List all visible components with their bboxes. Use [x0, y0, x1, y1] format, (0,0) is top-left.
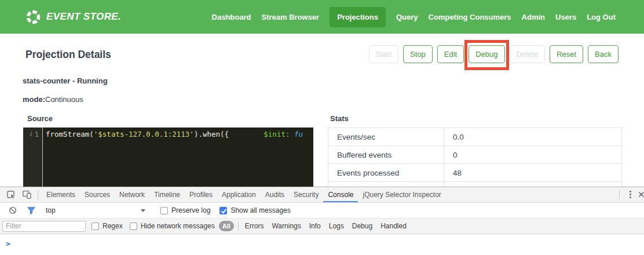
- severity-info[interactable]: Info: [309, 222, 321, 230]
- hide-network-messages-label[interactable]: Hide network messages: [141, 222, 215, 230]
- projection-mode: mode:Continuous: [23, 95, 83, 104]
- eventstore-logo[interactable]: EVENT STORE.: [25, 9, 121, 25]
- severity-warnings[interactable]: Warnings: [272, 222, 301, 230]
- nav-admin[interactable]: Admin: [522, 13, 545, 21]
- table-row-partial: [328, 182, 622, 187]
- preserve-log-label[interactable]: Preserve log: [171, 206, 210, 214]
- tab-audits[interactable]: Audits: [261, 187, 289, 202]
- devtools-panel: Elements Sources Network Timeline Profil…: [0, 187, 644, 255]
- nav-query[interactable]: Query: [396, 13, 418, 21]
- source-heading: Source: [27, 114, 313, 122]
- page-title: Projection Details: [25, 49, 111, 61]
- nav-users[interactable]: Users: [555, 13, 576, 21]
- nav-stream-browser[interactable]: Stream Browser: [261, 13, 319, 21]
- tab-sources[interactable]: Sources: [80, 187, 115, 202]
- console-prompt-chevron-icon: >: [6, 239, 10, 248]
- device-toolbar-icon[interactable]: [19, 187, 34, 202]
- regex-label[interactable]: Regex: [103, 222, 123, 230]
- execution-context-value: top: [46, 206, 56, 214]
- source-code-editor[interactable]: i 1 fromStream('$stats-127.0.0.1:2113').…: [23, 128, 313, 187]
- code-line: fromStream('$stats-127.0.0.1:2113').when…: [42, 128, 313, 187]
- mode-value: Continuous: [45, 95, 83, 104]
- top-nav: EVENT STORE. Dashboard Stream Browser Pr…: [0, 0, 644, 34]
- line-number: 1: [34, 129, 39, 140]
- execution-context-dropdown[interactable]: top: [46, 206, 145, 214]
- severity-all-badge[interactable]: All: [219, 221, 234, 231]
- severity-debug[interactable]: Debug: [352, 222, 372, 230]
- table-row: Buffered events 0: [328, 146, 622, 164]
- divider: [619, 190, 620, 199]
- stat-value: 48: [444, 164, 622, 182]
- stats-section: Stats Events/sec 0.0 Buffered events 0 E…: [328, 114, 622, 187]
- hide-network-messages-checkbox[interactable]: [130, 223, 137, 230]
- tab-security[interactable]: Security: [289, 187, 323, 202]
- severity-errors[interactable]: Errors: [245, 222, 264, 230]
- nav-dashboard[interactable]: Dashboard: [212, 13, 251, 21]
- editor-gutter: i 1: [23, 128, 42, 187]
- tab-elements[interactable]: Elements: [42, 187, 80, 202]
- logo-text: EVENT STORE.: [46, 11, 121, 23]
- edit-button[interactable]: Edit: [437, 45, 464, 63]
- action-buttons: Start Stop Edit Debug Delete Reset Back: [369, 45, 619, 63]
- nav-menu: Dashboard Stream Browser Projections Que…: [212, 7, 616, 27]
- source-section: Source i 1 fromStream('$stats-127.0.0.1:…: [23, 114, 313, 187]
- debug-button[interactable]: Debug: [469, 45, 504, 63]
- inspect-element-icon[interactable]: [4, 187, 19, 202]
- stop-button[interactable]: Stop: [403, 45, 433, 63]
- show-all-messages-label[interactable]: Show all messages: [230, 206, 290, 214]
- projection-name-status: stats-counter - Running: [23, 76, 108, 85]
- stats-table: Events/sec 0.0 Buffered events 0 Events …: [328, 128, 622, 187]
- severity-logs[interactable]: Logs: [329, 222, 344, 230]
- tab-profiles[interactable]: Profiles: [185, 187, 217, 202]
- nav-projections[interactable]: Projections: [330, 7, 386, 27]
- preserve-log-checkbox[interactable]: [160, 207, 168, 214]
- debug-highlight-box: Debug: [469, 45, 504, 63]
- tab-console[interactable]: Console: [323, 187, 358, 202]
- mode-label: mode:: [23, 95, 45, 104]
- severity-filters: Errors Warnings Info Logs Debug Handled: [245, 222, 407, 230]
- table-row: Events processed 48: [328, 164, 622, 182]
- table-row: Events/sec 0.0: [328, 128, 622, 146]
- tab-application[interactable]: Application: [217, 187, 261, 202]
- console-prompt[interactable]: >: [0, 234, 644, 255]
- tab-jquery-selector-inspector[interactable]: jQuery Selector Inspector: [358, 187, 445, 202]
- nav-logout[interactable]: Log Out: [587, 13, 616, 21]
- gutter-info-icon: i: [30, 129, 32, 140]
- tab-timeline[interactable]: Timeline: [149, 187, 185, 202]
- eventstore-ring-icon: [25, 9, 41, 25]
- devtools-tabbar: Elements Sources Network Timeline Profil…: [0, 187, 644, 203]
- stat-label: Events/sec: [328, 128, 444, 146]
- console-filterbar: Regex Hide network messages All Errors W…: [0, 218, 644, 234]
- reset-button[interactable]: Reset: [550, 45, 583, 63]
- tab-network[interactable]: Network: [115, 187, 149, 202]
- stat-label: Buffered events: [328, 146, 444, 164]
- divider: [238, 222, 239, 231]
- devtools-menu-icon[interactable]: [623, 191, 638, 198]
- clear-console-icon[interactable]: [5, 206, 20, 214]
- chevron-down-icon: [141, 209, 145, 212]
- start-button: Start: [369, 45, 398, 63]
- stats-heading: Stats: [330, 114, 622, 122]
- stat-value: 0.0: [444, 128, 622, 146]
- stat-value: 0: [444, 146, 622, 164]
- console-toolbar: top Preserve log Show all messages: [0, 203, 644, 218]
- console-filter-icon[interactable]: [24, 207, 39, 214]
- divider: [38, 191, 38, 199]
- filter-input[interactable]: [2, 221, 86, 232]
- nav-competing-consumers[interactable]: Competing Consumers: [429, 13, 511, 21]
- devtools-tabbar-right: ✕: [613, 187, 644, 202]
- devtools-close-icon[interactable]: ✕: [638, 190, 644, 200]
- stat-label: Events processed: [328, 164, 444, 182]
- back-button[interactable]: Back: [588, 45, 619, 63]
- projection-details-page: Projection Details Start Stop Edit Debug…: [0, 34, 644, 187]
- delete-button: Delete: [510, 45, 546, 63]
- show-all-messages-checkbox[interactable]: [219, 207, 227, 214]
- regex-checkbox[interactable]: [92, 223, 99, 230]
- severity-handled[interactable]: Handled: [380, 222, 407, 230]
